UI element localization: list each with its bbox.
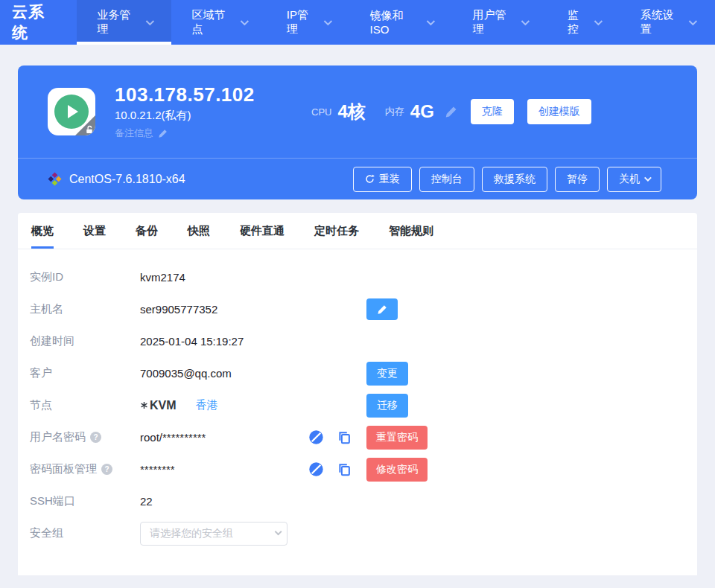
pencil-icon (445, 106, 457, 118)
row-label: 创建时间 (30, 334, 140, 348)
os-info: CentOS-7.6.1810-x64 (48, 172, 185, 186)
copy-icon (337, 430, 352, 445)
toggle-panel-password-visibility-button[interactable] (308, 461, 324, 477)
server-actions: 重装 控制台 救援系统 暂停 关机 (353, 167, 661, 192)
ssh-port-value: 22 (140, 495, 153, 508)
tab-overview[interactable]: 概览 (31, 213, 54, 249)
pencil-icon (158, 129, 168, 138)
public-ip: 103.178.57.102 (115, 83, 311, 106)
vm-status-icon[interactable] (48, 88, 95, 135)
shutdown-label: 关机 (619, 173, 640, 186)
reinstall-button[interactable]: 重装 (353, 167, 412, 192)
row-panel-password: 密码面板管理 ? ******** 修改密码 (18, 453, 697, 485)
nav-item-monitoring[interactable]: 监控 (547, 0, 620, 45)
note-edit-link[interactable]: 备注信息 (115, 127, 311, 140)
node-brand: KVM (140, 399, 177, 412)
chevron-down-icon (594, 17, 603, 25)
nav-item-region-nodes[interactable]: 区域节点 (171, 0, 266, 45)
clone-button[interactable]: 克隆 (471, 99, 514, 124)
row-security-group: 安全组 请选择您的安全组 (18, 517, 697, 549)
help-icon[interactable]: ? (90, 432, 101, 443)
chevron-down-icon (521, 17, 530, 25)
server-card-bottom: CentOS-7.6.1810-x64 重装 控制台 救援系统 暂停 关机 (18, 158, 697, 199)
chevron-down-icon (145, 17, 153, 25)
chevron-down-icon (426, 17, 434, 25)
panel-password-value: ******** (140, 463, 175, 476)
row-customer: 客户 7009035@qq.com 变更 (18, 357, 697, 389)
create-template-button[interactable]: 创建模版 (527, 99, 591, 124)
row-label: 主机名 (30, 302, 140, 316)
nav-item-label: IP管理 (287, 8, 319, 36)
tab-smart-rules[interactable]: 智能规则 (389, 213, 433, 249)
nav-item-label: 镜像和ISO (370, 9, 422, 36)
tab-scheduled-tasks[interactable]: 定时任务 (314, 213, 359, 249)
nav-item-label: 区域节点 (191, 8, 235, 36)
nav-item-ip-management[interactable]: IP管理 (267, 0, 350, 45)
row-label: 节点 (30, 398, 140, 412)
node-brand-label: KVM (150, 399, 177, 412)
chevron-down-icon (689, 17, 697, 25)
row-ssh-port: SSH端口 22 (18, 485, 697, 517)
migrate-button[interactable]: 迁移 (366, 394, 408, 418)
eye-hidden-icon (308, 429, 324, 445)
console-label: 控制台 (431, 173, 463, 186)
credentials-value: root/********** (140, 431, 206, 444)
chevron-down-icon (323, 17, 331, 25)
help-icon[interactable]: ? (101, 464, 112, 475)
rescue-system-button[interactable]: 救援系统 (482, 167, 547, 192)
customer-value: 7009035@qq.com (140, 367, 232, 380)
os-name: CentOS-7.6.1810-x64 (69, 173, 185, 186)
tab-hardware-passthrough[interactable]: 硬件直通 (240, 213, 285, 249)
security-group-select[interactable]: 请选择您的安全组 (140, 522, 287, 546)
tab-snapshot[interactable]: 快照 (188, 213, 210, 249)
shutdown-dropdown-button[interactable]: 关机 (607, 167, 661, 192)
nav-item-label: 用户管理 (472, 8, 515, 36)
change-customer-button[interactable]: 变更 (366, 362, 408, 386)
row-hostname: 主机名 ser9905777352 (18, 293, 697, 325)
detail-tabs: 概览 设置 备份 快照 硬件直通 定时任务 智能规则 (18, 213, 697, 249)
row-label: 客户 (30, 366, 140, 380)
row-label: 安全组 (30, 526, 140, 540)
edit-hostname-button[interactable] (366, 298, 398, 320)
centos-logo-icon (48, 172, 62, 186)
change-password-button[interactable]: 修改密码 (366, 458, 428, 482)
nav-item-business[interactable]: 业务管理 (77, 0, 171, 45)
rescue-label: 救援系统 (494, 173, 536, 186)
edit-specs-button[interactable] (445, 106, 457, 118)
spec-cpu: CPU 4核 (311, 100, 366, 124)
reset-password-button[interactable]: 重置密码 (366, 426, 428, 450)
spec-memory: 内存 4G (385, 101, 434, 122)
note-label: 备注信息 (115, 127, 153, 140)
row-credentials: 用户名密码 ? root/********** 重置密码 (18, 421, 697, 453)
cpu-value: 4核 (337, 100, 365, 124)
nav-item-label: 系统设置 (641, 8, 684, 36)
toggle-password-visibility-button[interactable] (308, 429, 324, 445)
row-label: 用户名密码 ? (30, 430, 140, 444)
chevron-down-icon (644, 174, 652, 182)
tab-settings[interactable]: 设置 (83, 213, 106, 249)
created-time-value: 2025-01-04 15:19:27 (140, 335, 244, 348)
detail-rows: 实例ID kvm2174 主机名 ser9905777352 创建时间 2025… (18, 249, 697, 549)
detail-panel: 概览 设置 备份 快照 硬件直通 定时任务 智能规则 实例ID kvm2174 … (18, 213, 697, 575)
private-ip: 10.0.21.2(私有) (115, 109, 311, 123)
memory-value: 4G (410, 101, 434, 122)
copy-panel-password-button[interactable] (337, 462, 352, 477)
credentials-label: 用户名密码 (30, 430, 86, 444)
copy-password-button[interactable] (337, 430, 352, 445)
nav-menu: 业务管理 区域节点 IP管理 镜像和ISO 用户管理 监控 系统设置 (77, 0, 715, 45)
copy-icon (337, 462, 352, 477)
refresh-icon (365, 174, 375, 184)
tab-backup[interactable]: 备份 (136, 213, 158, 249)
nav-item-user-management[interactable]: 用户管理 (452, 0, 547, 45)
memory-label: 内存 (385, 105, 404, 118)
row-label: 实例ID (30, 270, 140, 284)
nav-item-images-iso[interactable]: 镜像和ISO (350, 0, 453, 45)
node-region-link[interactable]: 香港 (196, 398, 218, 412)
nav-item-system-settings[interactable]: 系统设置 (620, 0, 715, 45)
pause-button[interactable]: 暂停 (555, 167, 600, 192)
eye-hidden-icon (308, 461, 324, 477)
cpu-label: CPU (311, 106, 331, 118)
row-label: 密码面板管理 ? (30, 462, 140, 476)
panel-password-label: 密码面板管理 (30, 462, 97, 476)
console-button[interactable]: 控制台 (419, 167, 474, 192)
